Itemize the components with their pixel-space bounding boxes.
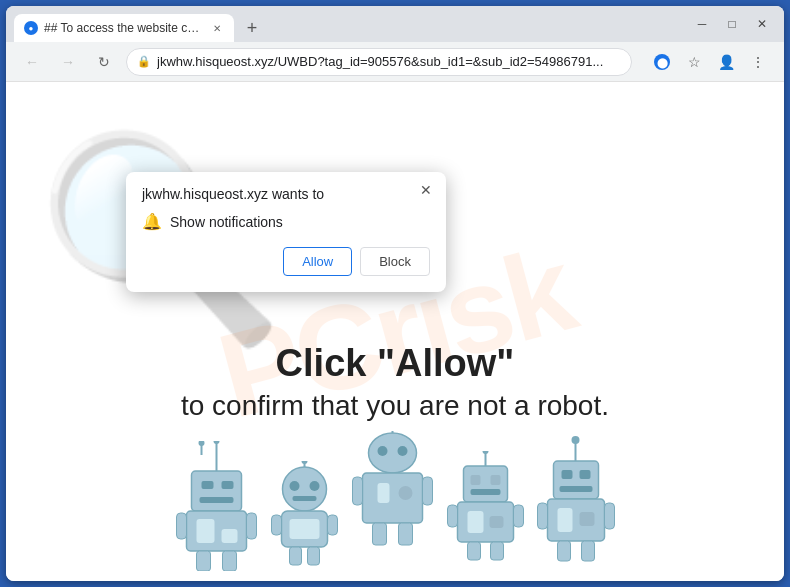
svg-point-14	[214, 441, 220, 444]
tab-close-button[interactable]: ✕	[210, 20, 224, 36]
address-bar-icons: ⬤ ☆ 👤 ⋮	[648, 48, 772, 76]
address-bar: ← → ↻ 🔒 jkwhw.hisqueost.xyz/UWBD?tag_id=…	[6, 42, 784, 82]
svg-rect-53	[491, 542, 504, 560]
svg-rect-61	[558, 508, 573, 532]
svg-rect-2	[192, 471, 242, 511]
svg-point-18	[290, 481, 300, 491]
popup-buttons: Allow Block	[142, 247, 430, 276]
svg-rect-47	[458, 502, 514, 542]
svg-rect-24	[290, 519, 320, 539]
svg-rect-11	[197, 551, 211, 571]
address-input[interactable]: 🔒 jkwhw.hisqueost.xyz/UWBD?tag_id=905576…	[126, 48, 632, 76]
robot-1	[172, 441, 262, 571]
bell-icon: 🔔	[142, 212, 162, 231]
svg-point-19	[310, 481, 320, 491]
svg-rect-5	[200, 497, 234, 503]
svg-rect-56	[580, 470, 591, 479]
svg-rect-27	[290, 547, 302, 565]
robot-4	[446, 451, 526, 571]
svg-rect-42	[471, 475, 481, 485]
svg-rect-26	[328, 515, 338, 535]
allow-button[interactable]: Allow	[283, 247, 352, 276]
svg-point-36	[399, 486, 413, 500]
svg-rect-54	[554, 461, 599, 499]
robot-3	[348, 431, 438, 571]
robot-5	[534, 436, 619, 571]
svg-rect-57	[560, 486, 593, 492]
svg-rect-65	[558, 541, 571, 561]
page-headline: Click "Allow" to confirm that you are no…	[181, 341, 609, 423]
maximize-button[interactable]: □	[718, 10, 746, 38]
tab-bar: ● ## To access the website click th... ✕…	[14, 6, 676, 42]
svg-rect-55	[562, 470, 573, 479]
svg-text:⬤: ⬤	[657, 57, 668, 69]
tab-favicon: ●	[24, 21, 38, 35]
profile-button[interactable]: 👤	[712, 48, 740, 76]
svg-rect-38	[423, 477, 433, 505]
svg-rect-49	[490, 516, 504, 528]
svg-rect-4	[222, 481, 234, 489]
confirm-text: to confirm that you are not a robot.	[181, 390, 609, 422]
svg-rect-66	[582, 541, 595, 561]
svg-rect-43	[491, 475, 501, 485]
svg-rect-40	[399, 523, 413, 545]
popup-permission-row: 🔔 Show notifications	[142, 212, 430, 231]
svg-rect-6	[187, 511, 247, 551]
svg-rect-34	[363, 473, 423, 523]
popup-site-text: jkwhw.hisqueost.xyz wants to	[142, 186, 430, 202]
svg-rect-60	[548, 499, 605, 541]
svg-point-46	[483, 451, 489, 454]
svg-point-31	[398, 446, 408, 456]
back-button[interactable]: ←	[18, 48, 46, 76]
block-button[interactable]: Block	[360, 247, 430, 276]
svg-rect-25	[272, 515, 282, 535]
svg-point-22	[302, 461, 308, 464]
browser-window: ● ## To access the website click th... ✕…	[6, 6, 784, 581]
svg-rect-48	[468, 511, 484, 533]
close-button[interactable]: ✕	[748, 10, 776, 38]
permission-text: Show notifications	[170, 214, 283, 230]
shield-button[interactable]: ⬤	[648, 48, 676, 76]
svg-point-59	[572, 436, 580, 444]
svg-rect-7	[197, 519, 215, 543]
svg-rect-44	[471, 489, 501, 495]
url-text: jkwhw.hisqueost.xyz/UWBD?tag_id=905576&s…	[157, 54, 621, 69]
title-bar: ● ## To access the website click th... ✕…	[6, 6, 784, 42]
robot-2	[270, 461, 340, 571]
svg-rect-9	[177, 513, 187, 539]
forward-button[interactable]: →	[54, 48, 82, 76]
svg-rect-20	[293, 496, 317, 501]
lock-icon: 🔒	[137, 55, 151, 68]
new-tab-button[interactable]: +	[238, 14, 266, 42]
svg-rect-62	[580, 512, 595, 526]
svg-rect-35	[378, 483, 390, 503]
svg-point-30	[378, 446, 388, 456]
window-controls: ─ □ ✕	[688, 10, 776, 38]
svg-rect-39	[373, 523, 387, 545]
svg-rect-8	[222, 529, 238, 543]
svg-rect-63	[538, 503, 548, 529]
svg-rect-28	[308, 547, 320, 565]
active-tab[interactable]: ● ## To access the website click th... ✕	[14, 14, 234, 42]
menu-button[interactable]: ⋮	[744, 48, 772, 76]
svg-rect-51	[514, 505, 524, 527]
svg-rect-50	[448, 505, 458, 527]
robots-illustration	[172, 431, 619, 571]
svg-rect-52	[468, 542, 481, 560]
refresh-button[interactable]: ↻	[90, 48, 118, 76]
notification-popup: ✕ jkwhw.hisqueost.xyz wants to 🔔 Show no…	[126, 172, 446, 292]
click-allow-text: Click "Allow"	[181, 341, 609, 387]
svg-rect-10	[247, 513, 257, 539]
svg-rect-3	[202, 481, 214, 489]
bookmark-button[interactable]: ☆	[680, 48, 708, 76]
shield-icon: ⬤	[653, 53, 671, 71]
svg-rect-37	[353, 477, 363, 505]
svg-rect-12	[223, 551, 237, 571]
svg-rect-64	[605, 503, 615, 529]
page-content: 🔍 PCrisk ✕ jkwhw.hisqueost.xyz wants to …	[6, 82, 784, 581]
tab-title: ## To access the website click th...	[44, 21, 200, 35]
svg-point-29	[369, 433, 417, 473]
popup-close-button[interactable]: ✕	[416, 180, 436, 200]
minimize-button[interactable]: ─	[688, 10, 716, 38]
svg-rect-41	[464, 466, 508, 502]
